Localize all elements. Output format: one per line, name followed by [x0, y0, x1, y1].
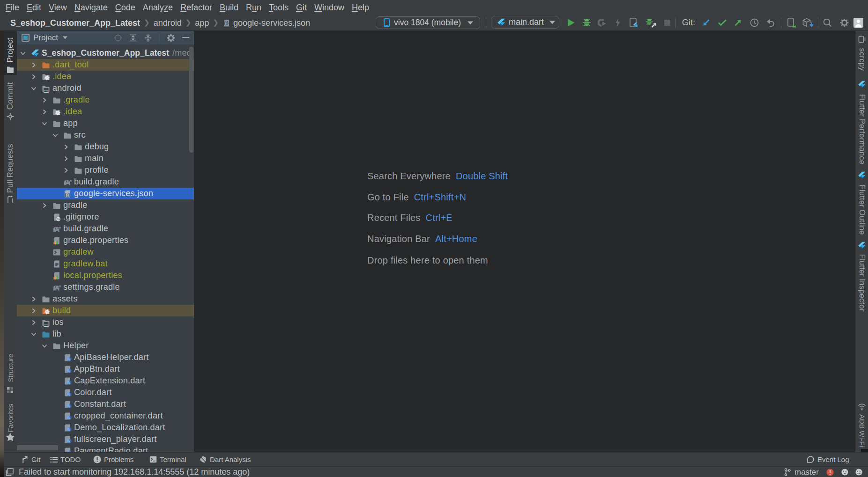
svg-text:{;}: {;}	[65, 191, 70, 197]
svg-text:{;}: {;}	[224, 21, 229, 25]
